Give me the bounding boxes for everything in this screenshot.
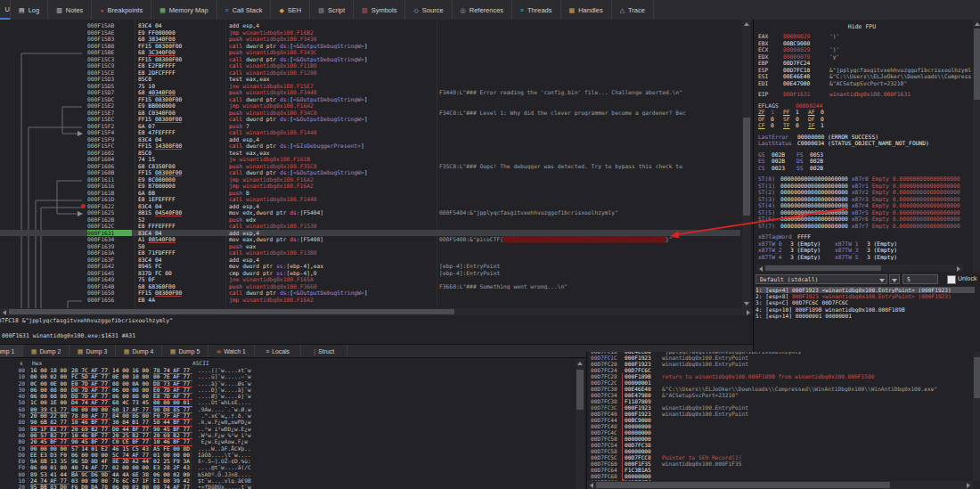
registers-vertical-scrollbar[interactable] [973,20,980,273]
register-row[interactable]: CF0TF0IF1 [758,122,971,129]
hex-dump-row[interactable]: A000 57 B2 7710 46 BF 7720 25 B2 7720 69… [0,432,574,438]
tab-source[interactable]: ◇Source [405,0,452,20]
hex-dump-row[interactable]: B020 45 BF 7790 45 BF 77C0 CE BF 7710 46… [0,438,574,444]
stack-row[interactable]: 00D7FC5C00D7FCC8Pointer to SEH_Record[1] [587,454,980,460]
register-row[interactable]: OF0SF0DF0 [758,116,971,123]
tab-dump-2[interactable]: ▦Dump 2 [23,345,69,358]
register-row[interactable]: ES002BDS002B [758,158,971,165]
disasm-row[interactable]: 000F1650FF15 08300F00call dword ptr ds:[… [0,289,740,297]
disasm-row[interactable]: 000F15F26A 07push 7 [0,123,740,130]
stack-row[interactable]: 00D7FC2400D7FC6C [587,367,980,373]
hex-dump-row[interactable]: D0EE E3 D3 F006 00 00 005C 74 AF 7701 00… [0,452,574,458]
disasm-row[interactable]: 000F15FCFF15 14300F00call dword ptr ds:[… [0,143,740,150]
disasm-row[interactable]: 000F160285C0test eax,eax [0,150,740,157]
stack-row[interactable]: 00D7FC3400E47980&"ACSetupSvcPort=23210" [587,392,980,398]
arg-row[interactable]: 2: [esp+8] 000F1923 <winantidbg0x100.Ent… [755,293,975,299]
disasm-row[interactable]: 000F15BE68 3C340F00push winantidbg0x100.… [0,49,740,56]
stack-row[interactable]: 00D7FC5000000000 [587,436,980,442]
tab-call-stack[interactable]: ≡Call Stack [217,0,272,20]
disasm-row[interactable]: 000F162B52push edx [0,216,740,224]
register-row[interactable]: EAX00000029')' [758,33,971,40]
register-row[interactable]: ST(3)00000000000000000000x87r3Empty0.000… [758,196,971,203]
stack-row[interactable]: 00D7FC5400D7FC38 [587,442,980,448]
args-list[interactable]: 1: [esp+4] 000F1923 <winantidbg0x100.Ent… [755,287,975,319]
register-row[interactable]: EBX00BC9000 [758,40,971,47]
convention-dropdown-button[interactable] [889,274,900,284]
register-row[interactable]: LastStatusC0000034 (STATUS_OBJECT_NAME_N… [758,140,971,147]
disasm-row[interactable]: 000F15E768 C0340F00push winantidbg0x100.… [0,110,740,117]
hex-dump-row[interactable]: 4006 00 08 00D8 7D AF 7706 00 08 00E8 7D… [0,393,574,399]
disasm-row[interactable]: 000F163183C4 04add esp,4 [0,230,740,237]
tab-script[interactable]: ▨Script [310,0,354,20]
disasm-row[interactable]: 000F16428945 FCmov dword ptr ss:[ebp-4],… [0,263,740,270]
stack-row[interactable]: 00D7FC3000E46E40&"C:\\Users\\ELJoOker\\D… [587,386,980,392]
register-row[interactable]: ST(2)00000000000000000000x87r2Empty0.000… [758,189,971,196]
stack-row[interactable]: 00D7FC4400BC9000 [587,417,980,423]
arg-row[interactable]: 3: [esp+C] 00D7FC6C 00D7FC6C [755,299,975,306]
registers-horizontal-scrollbar[interactable] [756,265,963,272]
register-row[interactable]: EDI00E47980&"ACSetupSvcPort=23210" [758,80,971,87]
disasm-row[interactable]: 000F15ECFF15 08300F00call dword ptr ds:[… [0,116,740,123]
disasm-row[interactable]: 000F160668 C8350F00push winantidbg0x100.… [0,163,740,170]
stack-row[interactable]: 00D7FC40000F1923winantidbg0x100.EntryPoi… [587,411,980,417]
disasm-row[interactable]: 000F1634A1 08540F00mov eax,dword ptr ds:… [0,236,740,243]
register-row[interactable]: CS0023SS002B [758,165,971,172]
disasm-row[interactable]: 000F15D768 40340F00push winantidbg0x100.… [0,89,740,96]
tab-watch-1[interactable]: ∞Watch 1 [208,345,255,358]
tab-log[interactable]: ▤Log [11,0,48,20]
stack-row[interactable]: 00D7FC38F1187089 [587,398,980,404]
tab-breakpoints[interactable]: ●Breakpoints [92,0,151,20]
disasm-row[interactable]: 000F15F983C4 04add esp,4 [0,136,740,143]
calling-convention-select[interactable]: Default (stdcall) [755,274,887,284]
stack-row[interactable]: 00D7FC28000F189Breturn to winantidbg0x10… [587,373,980,379]
hex-dump-row[interactable]: 7020 00 22 0078 80 AF 7784 00 86 00F0 7F… [0,412,574,419]
hex-dump-row[interactable]: 0016 00 18 0028 7C AF 7714 00 16 0078 74… [0,367,574,373]
disasm-row[interactable]: 000F15AB83C4 04add esp,4 [0,22,740,29]
tab-trace[interactable]: △Trace [612,0,654,20]
disasm-row[interactable]: 000F15B8FF15 08300F00call dword ptr ds:[… [0,43,740,50]
stack-row[interactable]: 00D7FC6800000000 [587,473,980,479]
hex-dump-row[interactable]: 3006 00 08 00D0 7D AF 7706 00 08 00E0 7D… [0,387,574,393]
hex-dump-row[interactable]: E09A 8B 13 3596 5D 8D 4F8E 2D A2 4402 25… [0,458,574,464]
disasm-horizontal-scrollbar[interactable] [0,308,753,315]
disasm-row[interactable]: 000F15CEE8 2DFCFFFFcall winantidbg0x100.… [0,69,740,77]
register-row[interactable]: x87TagWordFFFF [758,233,971,240]
disasm-row[interactable]: 000F15C9E8 E2FBFFFFcall winantidbg0x100.… [0,62,740,69]
register-row[interactable]: ESP00D7FC18&"jpplyqcfasgitvxehhvuzggofib… [758,67,971,74]
disasm-row[interactable]: 000F160BFF15 08300F00call dword ptr ds:[… [0,169,740,176]
register-row[interactable]: ST(1)00000000000000000000x87r1Empty0.000… [758,183,971,190]
hex-dump-row[interactable]: F006 00 01 0040 74 AF 7702 00 00 00E3 28… [0,464,574,470]
disasm-row[interactable]: 000F15D385C0test eax,eax [0,76,740,83]
stack-row[interactable]: 00D7FC20000F1923winantidbg0x100.EntryPoi… [587,361,980,367]
tab-dump-3[interactable]: ▦Dump 3 [69,345,116,358]
register-row[interactable]: ST(4)00000000000000000000x87r4Empty0.000… [758,202,971,209]
register-row[interactable]: ZF1PF1AF0 [758,109,971,116]
tab-memory-map[interactable]: ▦Memory Map [151,0,216,20]
breakpoint-dot-icon[interactable] [81,204,86,208]
register-row[interactable]: EIP000F1631winantidbg0x100.000F1631 [758,91,971,98]
disassembly-panel[interactable]: 000F15AB83C4 04add esp,4000F15AEE9 FF000… [0,20,753,308]
disasm-row[interactable]: 000F1656EB 4Ajmp winantidbg0x100.F16A2 [0,297,740,304]
tab-threads[interactable]: »Threads [512,0,560,20]
hex-dump-row[interactable]: 200C 00 0E 00E0 7D AF 7708 00 0A 00D8 73… [0,380,574,387]
disasm-row[interactable]: 000F15DCFF15 08300F00call dword ptr ds:[… [0,96,740,103]
disasm-row[interactable]: 000F162283C4 04add esp,4 [0,203,740,210]
tab-struct[interactable]: {Struct [301,345,347,358]
tab-dump-1[interactable]: ▦Dump 1 [0,345,23,358]
disasm-row[interactable]: 000F163AE8 71FDFFFFcall winantidbg0x100.… [0,249,740,257]
stack-vertical-scrollbar[interactable] [973,352,980,481]
hex-dump-row[interactable]: 0089 53 41 44BA 9C D6 9D4A 4A 6E 3806 00… [0,471,574,477]
register-row[interactable]: ECX00000029')' [758,46,971,53]
hex-dump-row[interactable]: C000 00 00 0057 14 01 E246 15 C5 43A5 FE… [0,445,574,452]
stack-row[interactable]: 00D7FC64F1C3B1A5 [587,467,980,473]
tab-handles[interactable]: ▩Handles [561,0,612,20]
stack-row[interactable]: 00D7FC60000F1F35winantidbg0x100.000F1F35 [587,460,980,467]
register-row[interactable]: EDX00000079'y' [758,53,971,61]
stack-row[interactable]: 00D7FC4800000000 [587,423,980,429]
disasm-row[interactable]: 000F162CE8 FFFEFFFFcall winantidbg0x100.… [0,223,740,230]
tab-references[interactable]: ◎References [453,0,512,20]
disasm-row[interactable]: 000F15E2E9 BB000000jmp winantidbg0x100.F… [0,102,740,110]
register-row[interactable]: x87TW_23 (Empty)x87TW_33 (Empty) [758,247,971,254]
disasm-row[interactable]: 000F15C3FF15 08300F00call dword ptr ds:[… [0,56,740,63]
stack-horizontal-scrollbar[interactable] [587,481,973,489]
